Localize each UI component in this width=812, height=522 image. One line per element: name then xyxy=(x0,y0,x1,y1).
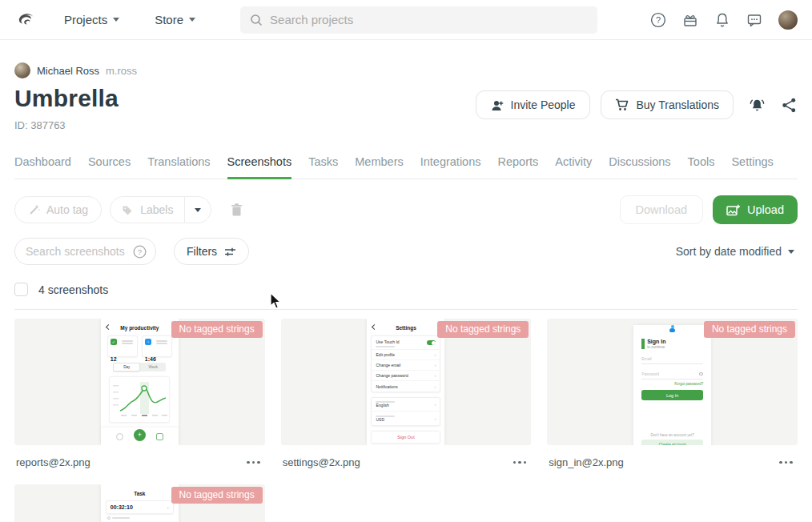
no-tagged-strings-badge: No tagged strings xyxy=(171,487,263,504)
back-arrow-icon xyxy=(372,324,377,330)
sort-label: Sort by date modified xyxy=(676,245,782,258)
owner-name[interactable]: Michael Ross xyxy=(37,65,99,77)
screenshot-thumbnail[interactable]: My productivity ✓ 12 ◔ 1:46 xyxy=(14,319,265,445)
gift-icon[interactable] xyxy=(682,12,698,28)
accent-block xyxy=(641,339,645,349)
log-in-button: Log In xyxy=(641,390,703,400)
sign-in-preview: Sign In to continue Email Password Forgo… xyxy=(633,325,711,445)
nav-store-label: Store xyxy=(155,13,183,26)
chevron-right-icon xyxy=(435,363,436,367)
tab-screenshots[interactable]: Screenshots xyxy=(227,155,292,179)
global-search-input[interactable] xyxy=(270,13,588,26)
chevron-right-icon xyxy=(435,352,436,357)
password-field: Password xyxy=(641,371,703,379)
tab-settings[interactable]: Settings xyxy=(731,155,773,179)
svg-text:?: ? xyxy=(138,247,142,256)
screenshot-thumbnail[interactable]: Sign In to continue Email Password Forgo… xyxy=(547,319,798,445)
add-button-icon: + xyxy=(134,429,146,441)
nav-projects-label: Projects xyxy=(64,13,107,26)
search-help-icon[interactable]: ? xyxy=(133,245,147,259)
content-divider xyxy=(14,309,798,310)
screenshot-search[interactable]: ? xyxy=(14,238,156,265)
no-tagged-strings-badge: No tagged strings xyxy=(704,321,795,338)
invite-people-button[interactable]: Invite People xyxy=(476,90,590,119)
nav-store-menu[interactable]: Store xyxy=(155,13,195,26)
tab-reports[interactable]: Reports xyxy=(498,155,539,179)
project-notifications-icon[interactable] xyxy=(749,97,766,114)
screenshot-filename[interactable]: settings@2x.png xyxy=(283,456,360,468)
tab-activity[interactable]: Activity xyxy=(555,155,592,179)
screenshot-thumbnail[interactable]: Task 00:32:10 No tagged strings xyxy=(14,484,265,522)
chevron-down-icon xyxy=(195,208,201,212)
screenshot-card-reports: My productivity ✓ 12 ◔ 1:46 xyxy=(14,319,265,468)
buy-translations-label: Buy Translations xyxy=(637,98,720,111)
stat-value: 1:46 xyxy=(145,356,169,362)
notifications-bell-icon[interactable] xyxy=(714,12,730,28)
screenshot-filename[interactable]: reports@2x.png xyxy=(16,456,90,468)
page-title: Umbrella xyxy=(14,85,119,112)
tab-sources[interactable]: Sources xyxy=(88,155,131,179)
owner-avatar[interactable] xyxy=(14,62,30,78)
sign-out-button: Sign Out xyxy=(371,431,440,444)
task-preview: Task 00:32:10 xyxy=(101,484,179,522)
auto-tag-button[interactable]: Auto tag xyxy=(14,196,102,223)
tab-dashboard[interactable]: Dashboard xyxy=(14,155,71,179)
history-icon xyxy=(116,433,123,440)
buy-translations-button[interactable]: Buy Translations xyxy=(601,90,734,119)
invite-people-label: Invite People xyxy=(511,98,576,111)
forgot-password-link: Forgot password? xyxy=(641,382,703,386)
screenshot-filename[interactable]: sign_in@2x.png xyxy=(549,456,623,468)
labels-button[interactable]: Labels xyxy=(111,197,184,223)
sort-dropdown[interactable]: Sort by date modified xyxy=(676,245,798,258)
segment-day: Day xyxy=(113,363,140,371)
screenshot-card-settings: Settings Use Touch Id Edit profile Chang… xyxy=(281,319,532,468)
download-button[interactable]: Download xyxy=(620,195,704,224)
nav-projects-menu[interactable]: Projects xyxy=(64,13,119,26)
app-logo-icon xyxy=(669,325,676,332)
tab-tasks[interactable]: Tasks xyxy=(308,155,338,179)
project-tabs: Dashboard Sources Translations Screensho… xyxy=(14,155,798,179)
card-menu-icon[interactable] xyxy=(245,458,262,468)
auto-tag-label: Auto tag xyxy=(46,203,88,216)
messages-icon[interactable] xyxy=(746,12,762,28)
screenshot-thumbnail[interactable]: Settings Use Touch Id Edit profile Chang… xyxy=(281,319,532,445)
eye-icon xyxy=(699,372,703,375)
help-icon[interactable]: ? xyxy=(650,12,666,28)
labels-split-button: Labels xyxy=(110,196,211,223)
tag-icon xyxy=(122,204,134,216)
filters-button[interactable]: Filters xyxy=(174,238,249,265)
filters-label: Filters xyxy=(187,245,217,258)
crowdin-logo-icon[interactable] xyxy=(14,9,36,30)
user-avatar[interactable] xyxy=(778,10,798,30)
screenshot-search-input[interactable] xyxy=(26,245,133,258)
upload-button[interactable]: Upload xyxy=(713,195,798,224)
project-id: ID: 387763 xyxy=(14,119,119,131)
chevron-down-icon xyxy=(189,18,195,22)
card-menu-icon[interactable] xyxy=(778,458,794,468)
create-account-button: Create account xyxy=(641,440,703,445)
select-all-checkbox[interactable] xyxy=(14,283,28,296)
magic-wand-icon xyxy=(28,204,40,216)
reports-preview: My productivity ✓ 12 ◔ 1:46 xyxy=(101,319,179,445)
global-search[interactable] xyxy=(240,6,597,34)
settings-preview: Settings Use Touch Id Edit profile Chang… xyxy=(367,319,444,445)
download-label: Download xyxy=(636,203,688,216)
project-dot-icon xyxy=(107,516,111,520)
stat-value: 12 xyxy=(111,356,135,362)
search-icon xyxy=(250,14,263,26)
preview-title: Task xyxy=(101,484,179,496)
no-tagged-strings-badge: No tagged strings xyxy=(171,321,263,338)
image-add-icon xyxy=(726,204,740,216)
tab-tools[interactable]: Tools xyxy=(688,155,715,179)
tab-members[interactable]: Members xyxy=(355,155,403,179)
delete-trash-icon[interactable] xyxy=(230,203,243,217)
tab-discussions[interactable]: Discussions xyxy=(609,155,670,179)
labels-dropdown-button[interactable] xyxy=(184,197,211,223)
tab-integrations[interactable]: Integrations xyxy=(420,155,481,179)
tab-translations[interactable]: Translations xyxy=(147,155,210,179)
card-menu-icon[interactable] xyxy=(512,458,529,468)
chevron-right-icon xyxy=(435,402,436,407)
share-icon[interactable] xyxy=(781,97,798,114)
screenshot-count: 4 screenshots xyxy=(38,283,108,296)
screenshot-card-sign-in: Sign In to continue Email Password Forgo… xyxy=(547,319,798,468)
